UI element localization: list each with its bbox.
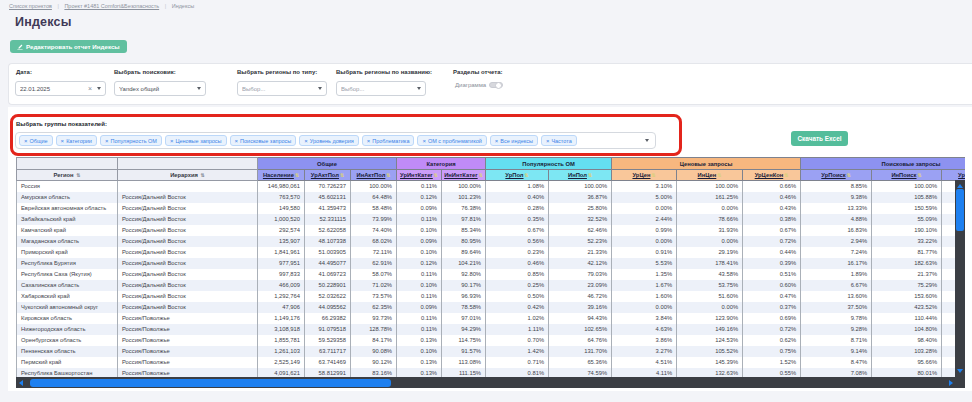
value-cell: 7.24% xyxy=(801,247,872,258)
chip-remove-icon[interactable]: × xyxy=(546,138,550,144)
horizontal-scroll-thumb[interactable] xyxy=(30,379,391,387)
value-cell: 37.50% xyxy=(801,302,872,313)
region-cell: Еврейская автономная область xyxy=(17,203,118,214)
value-cell: 79.03% xyxy=(549,269,612,280)
sort-icon[interactable]: ⇅ xyxy=(717,172,721,178)
table-row: Республика Саха (Якутия)Россия/Дальний В… xyxy=(17,269,966,280)
breadcrumb-link-project-list[interactable]: Список проектов xyxy=(9,3,52,9)
value-cell: 3.84% xyxy=(612,313,677,324)
value-cell: 0.09% xyxy=(397,302,442,313)
indicator-group-chip[interactable]: ×Поисковые запросы xyxy=(230,135,297,146)
value-cell: 4.63% xyxy=(612,324,677,335)
clear-date-icon[interactable]: × xyxy=(88,85,92,92)
column-header-cell[interactable]: ИнАктПол⇅ xyxy=(351,170,397,181)
sort-icon[interactable]: ⇅ xyxy=(784,172,788,178)
indicator-groups-multiselect[interactable]: ×Общие×Категории×Популярность ОМ×Ценовые… xyxy=(15,132,656,149)
region-type-select[interactable]: Выбор... xyxy=(237,81,327,96)
sort-icon[interactable]: ⇅ xyxy=(525,172,529,178)
column-header-cell[interactable]: ИнЦен⇅ xyxy=(677,170,743,181)
indicator-group-chip[interactable]: ×Общие xyxy=(19,135,53,146)
sort-icon[interactable]: ⇅ xyxy=(295,172,299,178)
indicator-group-chip[interactable]: ×ОМ с проблематикой xyxy=(417,135,486,146)
search-engine-select[interactable]: Yandex общий xyxy=(114,81,206,96)
indicator-group-chip[interactable]: ×Проблематика xyxy=(362,135,415,146)
column-header-cell[interactable]: ИнПоиск⇅ xyxy=(872,170,942,181)
group-header-cell: Популярность ОМ xyxy=(486,158,612,170)
scroll-right-arrow-icon[interactable] xyxy=(949,380,953,386)
chip-remove-icon[interactable]: × xyxy=(170,138,174,144)
value-cell: 53.75% xyxy=(677,280,743,291)
vertical-scrollbar[interactable] xyxy=(955,180,965,377)
multiselect-caret-icon xyxy=(645,139,649,142)
column-header-cell[interactable]: УрПол⇅ xyxy=(486,170,549,181)
value-cell: 178.41% xyxy=(677,258,743,269)
sort-icon[interactable]: ⇅ xyxy=(386,172,390,178)
region-cell: Сахалинская область xyxy=(17,280,118,291)
breadcrumb-link-project[interactable]: Проект #1481 Comfort&Безопасность xyxy=(64,3,159,9)
value-cell: 5.53% xyxy=(612,258,677,269)
chip-remove-icon[interactable]: × xyxy=(235,138,239,144)
indicator-group-chip[interactable]: ×Все индексы xyxy=(490,135,538,146)
chip-remove-icon[interactable]: × xyxy=(61,138,65,144)
sort-icon[interactable]: ⇅ xyxy=(918,172,922,178)
indicator-group-chip[interactable]: ×Ценовые запросы xyxy=(165,135,227,146)
value-cell: 95.66% xyxy=(872,357,942,368)
scroll-left-arrow-icon[interactable] xyxy=(19,380,23,386)
sort-icon[interactable]: ⇅ xyxy=(434,172,438,178)
chip-remove-icon[interactable]: × xyxy=(495,138,499,144)
column-header-label: УрПоиск xyxy=(821,172,845,178)
column-header-cell[interactable]: Население⇅ xyxy=(258,170,305,181)
filters-panel: Дата: 22.01.2025 × Выбрать поисковик: Ya… xyxy=(8,63,972,105)
scroll-up-arrow-icon[interactable] xyxy=(957,184,963,188)
chip-remove-icon[interactable]: × xyxy=(304,138,308,144)
hierarchy-cell: Россия/Дальний Восток xyxy=(118,225,258,236)
value-cell: 48.107338 xyxy=(305,236,351,247)
region-cell: Магаданская область xyxy=(17,236,118,247)
column-header-cell[interactable]: УрПоискКон⇅ xyxy=(942,170,965,181)
chip-remove-icon[interactable]: × xyxy=(24,138,28,144)
diagram-toggle[interactable] xyxy=(489,82,503,88)
column-header-hierarchy[interactable]: Иерархия ⇅ xyxy=(118,170,258,181)
horizontal-scrollbar[interactable] xyxy=(16,377,965,388)
chip-label: ОМ с проблематикой xyxy=(428,138,482,144)
value-cell: 146,980,061 xyxy=(258,181,305,192)
sort-icon[interactable]: ⇅ xyxy=(76,172,80,178)
column-header-cell[interactable]: ИнПол⇅ xyxy=(549,170,612,181)
region-type-label: Выбрать регионы по типу: xyxy=(237,69,317,75)
sort-icon[interactable]: ⇅ xyxy=(201,172,205,178)
value-cell: 63.711717 xyxy=(305,346,351,357)
vertical-scroll-thumb[interactable] xyxy=(956,189,964,231)
region-name-select[interactable]: Выбор... xyxy=(336,81,426,96)
value-cell: 3.10% xyxy=(612,181,677,192)
indicator-group-chip[interactable]: ×Частота xyxy=(541,135,577,146)
value-cell: 105.52% xyxy=(677,346,743,357)
value-cell: 96.93% xyxy=(442,291,486,302)
group-header-label: Категория xyxy=(426,161,455,167)
chip-remove-icon[interactable]: × xyxy=(105,138,109,144)
column-header-cell[interactable]: ИнИнтКатег⇅ xyxy=(442,170,486,181)
edit-report-button[interactable]: Редактировать отчет Индексы xyxy=(10,40,127,53)
indicator-group-chip[interactable]: ×Категории xyxy=(56,135,97,146)
value-cell: 0.12% xyxy=(397,192,442,203)
column-header-cell[interactable]: УрЦенКон⇅ xyxy=(743,170,801,181)
column-header-label: ИнПол xyxy=(568,172,587,178)
column-header-cell[interactable]: УрИнтКатег⇅ xyxy=(397,170,442,181)
date-input[interactable]: 22.01.2025 × xyxy=(15,81,106,96)
download-excel-button[interactable]: Скачать Excel xyxy=(791,131,848,146)
sort-icon[interactable]: ⇅ xyxy=(651,172,655,178)
sort-icon[interactable]: ⇅ xyxy=(340,172,344,178)
value-cell: 1.35% xyxy=(612,269,677,280)
scroll-down-arrow-icon[interactable] xyxy=(957,369,963,373)
sort-icon[interactable]: ⇅ xyxy=(847,172,851,178)
indicator-group-chip[interactable]: ×Популярность ОМ xyxy=(100,135,162,146)
column-header-cell[interactable]: УрПоиск⇅ xyxy=(801,170,872,181)
sort-icon[interactable]: ⇅ xyxy=(588,172,592,178)
value-cell: 0.12% xyxy=(397,258,442,269)
column-header-region[interactable]: Регион ⇅ xyxy=(17,170,118,181)
column-header-cell[interactable]: УрЦен⇅ xyxy=(612,170,677,181)
chip-remove-icon[interactable]: × xyxy=(422,138,426,144)
chip-remove-icon[interactable]: × xyxy=(367,138,371,144)
sort-icon[interactable]: ⇅ xyxy=(479,172,483,178)
column-header-cell[interactable]: УрАктПол⇅ xyxy=(305,170,351,181)
indicator-group-chip[interactable]: ×Уровень доверия xyxy=(299,135,359,146)
